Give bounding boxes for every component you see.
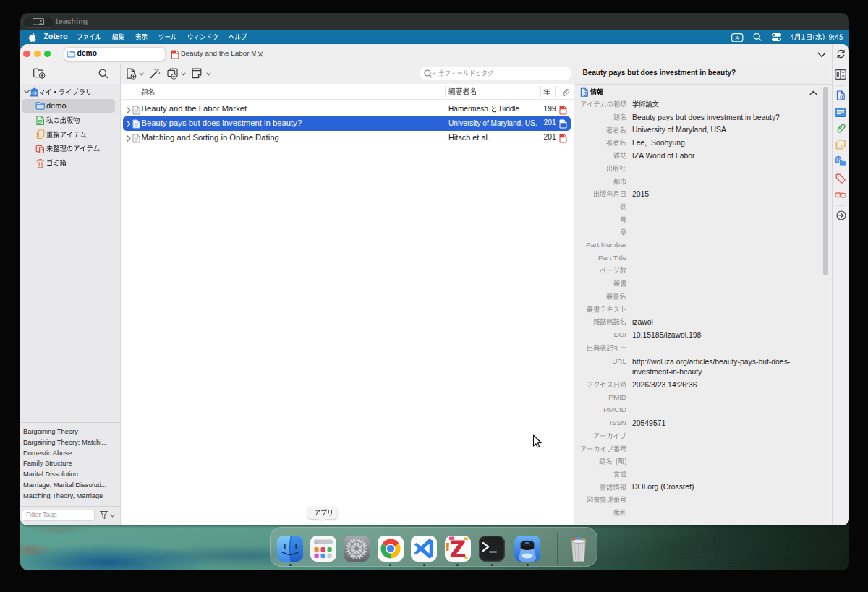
svg-text:A: A [735, 34, 739, 41]
